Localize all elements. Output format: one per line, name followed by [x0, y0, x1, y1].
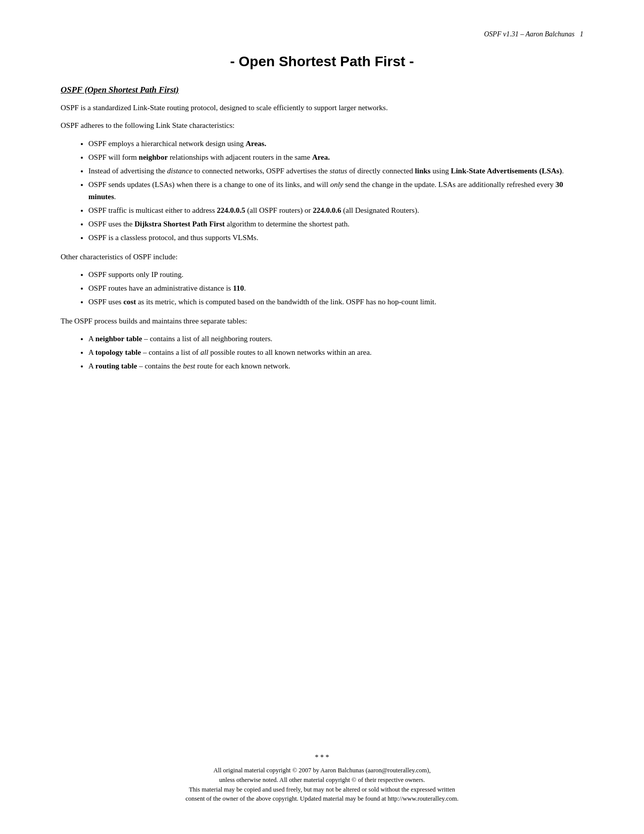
bullet-list-3: A neighbor table – contains a list of al… — [88, 333, 583, 373]
footer-line3: This material may be copied and used fre… — [189, 786, 455, 793]
list-item: OSPF traffic is multicast either to addr… — [88, 205, 583, 216]
list-item: OSPF supports only IP routing. — [88, 269, 583, 281]
list-item: OSPF routes have an administrative dista… — [88, 283, 583, 294]
footer-line1: All original material copyright © 2007 b… — [213, 767, 430, 774]
page-header: OSPF v1.31 – Aaron Balchunas 1 — [61, 30, 583, 38]
list-item: OSPF sends updates (LSAs) when there is … — [88, 179, 583, 203]
footer-line4: consent of the owner of the above copyri… — [185, 795, 459, 802]
page-footer: * * * All original material copyright © … — [0, 754, 644, 804]
intro-paragraph-2: OSPF adheres to the following Link State… — [61, 120, 583, 131]
intro-paragraph-3: Other characteristics of OSPF include: — [61, 251, 583, 263]
bullet-list-2: OSPF supports only IP routing. OSPF rout… — [88, 269, 583, 308]
list-item-routing-table: A routing table – contains the best rout… — [88, 360, 583, 372]
intro-paragraph-4: The OSPF process builds and maintains th… — [61, 315, 583, 327]
page-title: - Open Shortest Path First - — [61, 54, 583, 70]
page-number: 1 — [580, 30, 583, 38]
section-heading: OSPF (Open Shortest Path First) — [61, 85, 583, 95]
section-ospf: OSPF (Open Shortest Path First) OSPF is … — [61, 85, 583, 373]
list-item: OSPF will form neighbor relationships wi… — [88, 152, 583, 163]
footer-line2: unless otherwise noted. All other materi… — [219, 776, 425, 783]
intro-paragraph-1: OSPF is a standardized Link-State routin… — [61, 102, 583, 114]
list-item: OSPF is a classless protocol, and thus s… — [88, 232, 583, 244]
footer-copyright: All original material copyright © 2007 b… — [0, 766, 644, 804]
page: OSPF v1.31 – Aaron Balchunas 1 - Open Sh… — [0, 0, 644, 834]
list-item-neighbor-table: A neighbor table – contains a list of al… — [88, 333, 583, 345]
list-item: OSPF employs a hierarchical network desi… — [88, 138, 583, 150]
list-item: Instead of advertising the distance to c… — [88, 165, 583, 177]
list-item-topology-table: A topology table – contains a list of al… — [88, 347, 583, 358]
footer-stars: * * * — [0, 754, 644, 762]
list-item: OSPF uses the Dijkstra Shortest Path Fir… — [88, 218, 583, 230]
header-text: OSPF v1.31 – Aaron Balchunas — [484, 30, 574, 38]
list-item: OSPF uses cost as its metric, which is c… — [88, 296, 583, 308]
bullet-list-1: OSPF employs a hierarchical network desi… — [88, 138, 583, 244]
